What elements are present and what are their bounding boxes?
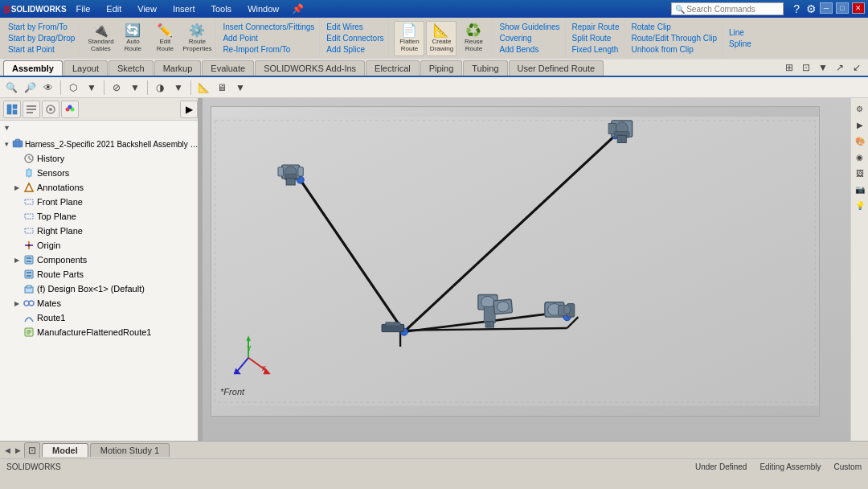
tree-item-manufacture-route[interactable]: ManufactureFlattenedRoute1 (0, 325, 201, 339)
sidebar-resize-handle[interactable] (198, 98, 201, 441)
tree-item-components[interactable]: ▶ Components (0, 253, 201, 267)
covering-button[interactable]: Covering (497, 33, 561, 43)
unhook-clip-button[interactable]: Unhook from Clip (629, 44, 719, 55)
monitor-icon[interactable]: 🖥 (214, 80, 230, 96)
tree-item-route1[interactable]: Route1 (0, 310, 201, 325)
zoom-fit-icon[interactable]: 🔎 (22, 80, 38, 96)
start-at-point-button[interactable]: Start at Point (6, 44, 76, 55)
auto-route-button[interactable]: 🔄 Auto Route (117, 21, 148, 56)
rp-light-icon[interactable]: 💡 (853, 198, 867, 212)
view-orient-icon[interactable]: 👁 (40, 80, 56, 96)
start-drag-drop-button[interactable]: Start by Drag/Drop (6, 33, 76, 43)
menu-edit[interactable]: Edit (100, 2, 128, 15)
spline-button[interactable]: Spline (727, 39, 753, 49)
add-point-button[interactable]: Add Point (221, 33, 316, 43)
annotations-expand[interactable]: ▶ (11, 182, 23, 193)
start-from-to-button[interactable]: Start by From/To (6, 22, 76, 32)
tree-item-design-box[interactable]: (f) Design Box<1> (Default) (0, 281, 201, 296)
edit-wires-button[interactable]: Edit Wires (325, 22, 385, 32)
tree-root-item[interactable]: ▼ Harness_2-Specific 2021 Backshell Asse… (0, 137, 201, 151)
viewport[interactable]: Y X *Front ⚙ (203, 98, 868, 441)
sidebar-appearance-icon[interactable] (61, 101, 79, 118)
tab-tubing[interactable]: Tubing (463, 60, 507, 76)
minimize-button[interactable]: ─ (820, 2, 833, 14)
help-icon[interactable]: ? (793, 2, 800, 15)
menu-view[interactable]: View (131, 2, 163, 15)
tree-item-sensors[interactable]: Sensors (0, 166, 201, 180)
components-expand[interactable]: ▶ (11, 254, 23, 265)
shading-icon[interactable]: ◑ (152, 80, 168, 96)
standard-cables-button[interactable]: 🔌 Standard Cables (85, 21, 116, 56)
rp-camera-icon[interactable]: 📷 (853, 182, 867, 196)
tree-item-annotations[interactable]: ▶ Annotations (0, 180, 201, 195)
rp-expand-icon[interactable]: ▶ (853, 117, 867, 132)
menu-pin[interactable]: 📌 (292, 3, 304, 14)
search-bar[interactable]: 🔍 (671, 2, 784, 15)
section-view-drop[interactable]: ▼ (127, 80, 143, 96)
insert-connectors-button[interactable]: Insert Connectors/Fittings (221, 22, 316, 32)
split-route-button[interactable]: Split Route (571, 33, 621, 43)
tab-layout[interactable]: Layout (63, 60, 108, 76)
repair-route-button[interactable]: Repair Route (571, 22, 621, 32)
tab-nav-left[interactable]: ◀ (3, 445, 12, 456)
sidebar-expand-icon[interactable]: ▶ (180, 101, 198, 118)
route-through-clip-button[interactable]: Route/Edit Through Clip (629, 33, 719, 43)
tree-item-origin[interactable]: Origin (0, 238, 201, 253)
display-style-drop[interactable]: ▼ (84, 80, 100, 96)
edit-connectors-button[interactable]: Edit Connectors (325, 33, 385, 43)
rotate-clip-button[interactable]: Rotate Clip (629, 22, 719, 32)
fixed-length-button[interactable]: Fixed Length (571, 44, 621, 55)
flatten-route-button[interactable]: 📄 Flatten Route (394, 21, 424, 56)
shading-drop[interactable]: ▼ (170, 80, 186, 96)
expand-icon[interactable]: ↗ (832, 60, 848, 76)
add-splice-button[interactable]: Add Splice (325, 44, 385, 55)
tab-electrical[interactable]: Electrical (366, 60, 420, 76)
create-drawing-button[interactable]: 📐 Create Drawing (426, 21, 457, 56)
viewport-single-icon[interactable]: ⊡ (798, 60, 814, 76)
tree-item-mates[interactable]: ▶ Mates (0, 296, 201, 310)
close-button[interactable]: ✕ (852, 2, 865, 14)
tab-markup[interactable]: Markup (154, 60, 202, 76)
zoom-select-icon[interactable]: 🔍 (3, 80, 19, 96)
sidebar-view-icon[interactable] (3, 101, 21, 118)
settings-icon[interactable]: ⚙ (806, 2, 817, 15)
route-properties-button[interactable]: ⚙️ Route Properties (182, 21, 212, 56)
tab-motion-study[interactable]: Motion Study 1 (90, 443, 170, 457)
edit-route-button[interactable]: ✏️ Edit Route (149, 21, 180, 56)
root-expand[interactable]: ▼ (2, 138, 12, 150)
tab-evaluate[interactable]: Evaluate (202, 60, 254, 76)
menu-tools[interactable]: Tools (204, 2, 238, 15)
section-view-icon[interactable]: ⊘ (108, 80, 125, 96)
restore-icon[interactable]: ↙ (849, 60, 865, 76)
menu-file[interactable]: File (70, 2, 97, 15)
tab-nav-right[interactable]: ▶ (14, 445, 23, 456)
add-bends-button[interactable]: Add Bends (497, 44, 561, 55)
viewport-options-icon[interactable]: ▼ (815, 60, 831, 76)
reuse-route-button[interactable]: ♻️ Reuse Route (458, 21, 489, 56)
tab-user-defined-route[interactable]: User Defined Route (509, 60, 604, 76)
search-input[interactable] (686, 5, 775, 14)
rp-scene-icon[interactable]: ◉ (853, 150, 867, 164)
line-button[interactable]: Line (727, 27, 753, 38)
sidebar-config-icon[interactable] (42, 101, 59, 118)
tree-item-right-plane[interactable]: Right Plane (0, 224, 201, 238)
tab-model[interactable]: Model (42, 443, 88, 457)
tab-sketch[interactable]: Sketch (108, 60, 154, 76)
tree-item-history[interactable]: History (0, 151, 201, 166)
tree-item-front-plane[interactable]: Front Plane (0, 195, 201, 209)
tab-solidworks-addins[interactable]: SOLIDWORKS Add-Ins (255, 60, 365, 76)
viewport-layout-icon[interactable]: ⊞ (781, 60, 797, 76)
rp-settings-icon[interactable]: ⚙ (853, 101, 867, 116)
mates-expand[interactable]: ▶ (11, 298, 23, 309)
rp-decals-icon[interactable]: 🖼 (853, 166, 867, 180)
measure-icon[interactable]: 📐 (195, 80, 211, 96)
reimport-button[interactable]: Re-Import From/To (221, 44, 316, 55)
tab-assembly[interactable]: Assembly (3, 60, 63, 76)
scene-area[interactable]: Y X *Front (211, 106, 820, 417)
tree-item-top-plane[interactable]: Top Plane (0, 209, 201, 224)
tab-piping[interactable]: Piping (420, 60, 463, 76)
show-guidelines-button[interactable]: Show Guidelines (497, 22, 561, 32)
display-style-icon[interactable]: ⬡ (65, 80, 81, 96)
menu-window[interactable]: Window (241, 2, 285, 15)
maximize-button[interactable]: □ (836, 2, 849, 14)
